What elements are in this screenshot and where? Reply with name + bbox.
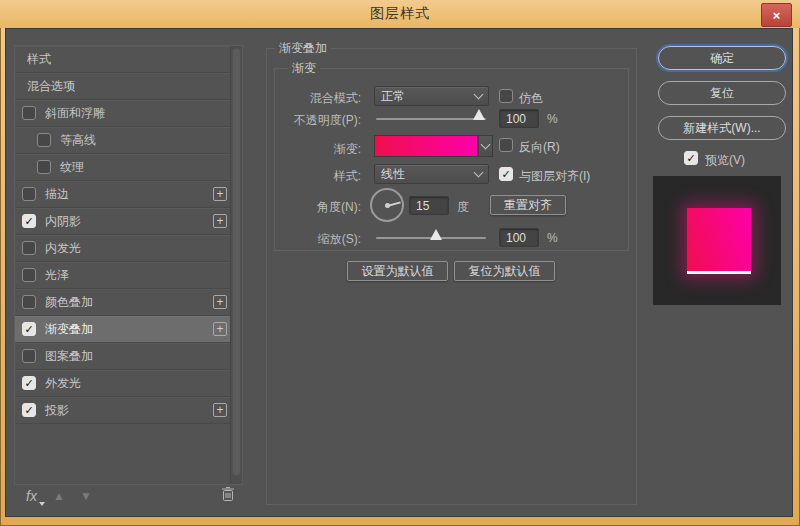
arrow-down-icon: ▼ <box>80 489 92 503</box>
add-effect-instance-button[interactable]: + <box>213 403 227 417</box>
effect-checkbox[interactable]: ✓ <box>37 160 51 174</box>
effect-checkbox[interactable]: ✓ <box>22 376 36 390</box>
style-list-item-样式[interactable]: 样式 <box>15 46 231 73</box>
effect-checkbox[interactable]: ✓ <box>22 106 36 120</box>
style-item-label: 图案叠加 <box>45 348 93 365</box>
style-item-label: 纹理 <box>60 159 84 176</box>
style-item-label: 颜色叠加 <box>45 294 93 311</box>
reset-to-default-button[interactable]: 复位为默认值 <box>454 261 555 281</box>
set-as-default-button[interactable]: 设置为默认值 <box>347 261 448 281</box>
dialog-body: 样式混合选项✓斜面和浮雕✓等高线✓纹理✓描边+✓内阴影+✓内发光✓光泽✓颜色叠加… <box>5 28 793 517</box>
style-list-item-等高线[interactable]: ✓等高线 <box>15 127 231 154</box>
style-list-item-光泽[interactable]: ✓光泽 <box>15 262 231 289</box>
style-list-item-斜面和浮雕[interactable]: ✓斜面和浮雕 <box>15 100 231 127</box>
move-effect-up-button[interactable]: ▲ <box>53 489 65 503</box>
style-label: 样式: <box>271 168 361 185</box>
scale-input[interactable]: 100 <box>499 228 539 247</box>
effect-checkbox[interactable]: ✓ <box>22 403 36 417</box>
effect-checkbox[interactable]: ✓ <box>22 214 36 228</box>
angle-dial-hub <box>385 203 390 208</box>
style-list-item-内阴影[interactable]: ✓内阴影+ <box>15 208 231 235</box>
style-list-item-图案叠加[interactable]: ✓图案叠加 <box>15 343 231 370</box>
opacity-label: 不透明度(P): <box>271 112 361 129</box>
trash-icon <box>221 486 235 502</box>
opacity-unit: % <box>547 112 558 126</box>
style-list-item-描边[interactable]: ✓描边+ <box>15 181 231 208</box>
preview-label: 预览(V) <box>705 152 745 169</box>
align-with-layer-checkbox[interactable]: ✓ <box>499 167 513 181</box>
styles-list-panel: 样式混合选项✓斜面和浮雕✓等高线✓纹理✓描边+✓内阴影+✓内发光✓光泽✓颜色叠加… <box>14 45 243 485</box>
style-list-item-颜色叠加[interactable]: ✓颜色叠加+ <box>15 289 231 316</box>
reverse-label: 反向(R) <box>519 139 560 156</box>
ok-button[interactable]: 确定 <box>658 46 786 70</box>
layer-style-dialog: 图层样式 × 样式混合选项✓斜面和浮雕✓等高线✓纹理✓描边+✓内阴影+✓内发光✓… <box>0 0 800 526</box>
style-item-label: 混合选项 <box>27 78 75 95</box>
checkmark-icon: ✓ <box>24 378 33 389</box>
checkmark-icon: ✓ <box>24 405 33 416</box>
style-list-item-内发光[interactable]: ✓内发光 <box>15 235 231 262</box>
preview-checkbox[interactable]: ✓ <box>684 151 698 165</box>
effect-checkbox[interactable]: ✓ <box>22 322 36 336</box>
checkmark-icon: ✓ <box>24 216 33 227</box>
group-title: 渐变 <box>288 60 320 77</box>
checkmark-icon: ✓ <box>501 169 510 180</box>
angle-unit: 度 <box>457 199 469 216</box>
close-button[interactable]: × <box>761 3 792 27</box>
fx-icon: fx <box>26 488 37 504</box>
move-effect-down-button[interactable]: ▼ <box>80 489 92 503</box>
style-value: 线性 <box>381 166 475 183</box>
style-list-item-渐变叠加[interactable]: ✓渐变叠加+ <box>15 316 231 343</box>
style-dropdown[interactable]: 线性 <box>374 164 489 184</box>
effect-checkbox[interactable]: ✓ <box>37 133 51 147</box>
effect-checkbox[interactable]: ✓ <box>22 187 36 201</box>
reset-alignment-button[interactable]: 重置对齐 <box>490 195 566 215</box>
opacity-slider[interactable] <box>376 118 486 120</box>
angle-input[interactable]: 15 <box>409 196 449 215</box>
style-list-item-投影[interactable]: ✓投影+ <box>15 397 231 424</box>
scrollbar-thumb[interactable] <box>232 48 241 476</box>
gradient-label: 渐变: <box>271 141 361 158</box>
close-icon: × <box>773 8 781 23</box>
dither-label: 仿色 <box>519 90 543 107</box>
dialog-title: 图层样式 <box>370 5 430 23</box>
style-item-label: 内发光 <box>45 240 81 257</box>
panel-section-title: 渐变叠加 <box>275 40 331 57</box>
style-item-label: 等高线 <box>60 132 96 149</box>
scale-slider-thumb[interactable] <box>430 229 442 240</box>
new-style-button[interactable]: 新建样式(W)... <box>658 116 786 140</box>
style-list-item-混合选项[interactable]: 混合选项 <box>15 73 231 100</box>
opacity-input[interactable]: 100 <box>499 109 539 128</box>
style-item-label: 样式 <box>27 51 51 68</box>
fx-menu-button[interactable]: fx <box>26 487 37 505</box>
reverse-checkbox[interactable]: ✓ <box>499 138 513 152</box>
dither-checkbox[interactable]: ✓ <box>499 89 513 103</box>
add-effect-instance-button[interactable]: + <box>213 187 227 201</box>
effect-checkbox[interactable]: ✓ <box>22 295 36 309</box>
scale-unit: % <box>547 231 558 245</box>
delete-effect-button[interactable] <box>221 486 235 506</box>
styles-scrollbar[interactable] <box>230 46 242 484</box>
gradient-picker-button[interactable] <box>478 135 493 157</box>
angle-dial[interactable] <box>370 188 404 222</box>
gradient-swatch[interactable] <box>374 135 478 157</box>
align-with-layer-label: 与图层对齐(I) <box>519 168 590 185</box>
title-bar[interactable]: 图层样式 × <box>0 0 800 28</box>
effect-checkbox[interactable]: ✓ <box>22 241 36 255</box>
effect-preview <box>653 176 781 305</box>
style-list-item-纹理[interactable]: ✓纹理 <box>15 154 231 181</box>
style-item-label: 渐变叠加 <box>45 321 93 338</box>
effect-checkbox[interactable]: ✓ <box>22 349 36 363</box>
reset-button[interactable]: 复位 <box>658 81 786 105</box>
fx-menu-caret-icon <box>39 502 45 506</box>
add-effect-instance-button[interactable]: + <box>213 214 227 228</box>
blend-mode-dropdown[interactable]: 正常 <box>374 86 489 106</box>
effect-checkbox[interactable]: ✓ <box>22 268 36 282</box>
add-effect-instance-button[interactable]: + <box>213 295 227 309</box>
styles-list: 样式混合选项✓斜面和浮雕✓等高线✓纹理✓描边+✓内阴影+✓内发光✓光泽✓颜色叠加… <box>15 46 231 424</box>
opacity-slider-thumb[interactable] <box>473 109 485 120</box>
add-effect-instance-button[interactable]: + <box>213 322 227 336</box>
style-item-label: 投影 <box>45 402 69 419</box>
style-list-item-外发光[interactable]: ✓外发光 <box>15 370 231 397</box>
preview-gradient-square <box>687 208 751 274</box>
chevron-down-icon <box>474 168 484 178</box>
